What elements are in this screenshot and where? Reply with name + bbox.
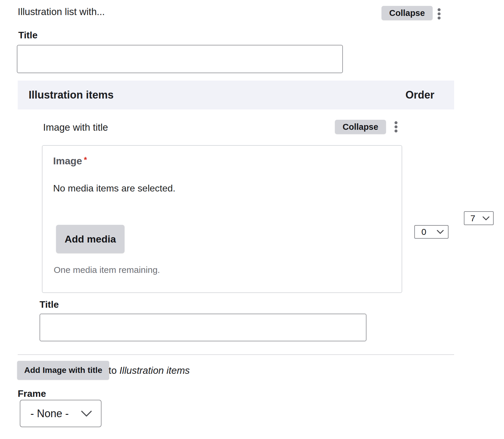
- title-field-label: Title: [18, 30, 37, 41]
- item-heading: Image with title: [43, 122, 108, 133]
- add-media-button[interactable]: Add media: [56, 225, 125, 253]
- item-weight-select[interactable]: 0: [414, 225, 449, 239]
- image-media-fieldset: Image* No media items are selected. Add …: [42, 145, 402, 293]
- section-divider: [18, 354, 454, 355]
- kebab-menu-icon[interactable]: [393, 120, 399, 134]
- items-section-header: Illustration items Order: [18, 81, 454, 109]
- required-marker: *: [84, 155, 87, 164]
- chevron-down-icon: [81, 410, 92, 417]
- no-media-message: No media items are selected.: [53, 183, 175, 194]
- image-field-label: Image*: [53, 155, 87, 167]
- item-title-field-label: Title: [40, 299, 59, 310]
- chevron-down-icon: [437, 230, 444, 234]
- paragraph-weight-select[interactable]: 7: [464, 211, 494, 225]
- paragraph-weight-value: 7: [470, 213, 475, 223]
- paragraphs-edit-form: Illustration list with... Collapse Title…: [0, 0, 504, 439]
- order-column-header: Order: [405, 89, 434, 101]
- items-section-title: Illustration items: [29, 89, 114, 101]
- title-input[interactable]: [17, 45, 343, 73]
- chevron-down-icon: [482, 216, 490, 220]
- frame-select-value: - None -: [30, 407, 69, 420]
- add-item-button[interactable]: Add Image with title: [17, 361, 109, 380]
- item-weight-value: 0: [421, 227, 426, 237]
- frame-select[interactable]: - None -: [20, 400, 102, 427]
- kebab-menu-icon[interactable]: [436, 7, 442, 21]
- media-remaining-message: One media item remaining.: [54, 265, 160, 275]
- frame-field-label: Frame: [18, 388, 46, 399]
- collapse-button-outer[interactable]: Collapse: [382, 6, 433, 20]
- item-title-input[interactable]: [40, 314, 366, 341]
- paragraph-heading: Illustration list with...: [18, 6, 105, 17]
- add-item-target-text: to Illustration items: [109, 365, 190, 376]
- add-item-target-name: Illustration items: [120, 365, 190, 376]
- collapse-button-item[interactable]: Collapse: [335, 120, 386, 134]
